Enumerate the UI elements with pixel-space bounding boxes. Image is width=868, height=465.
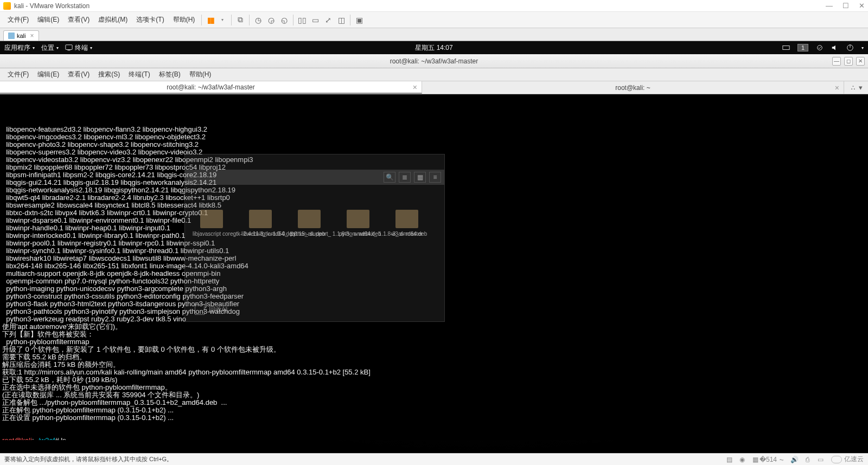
svg-rect-2	[783, 46, 789, 50]
system-menu-caret[interactable]: ▾	[861, 46, 864, 50]
fullscreen-button[interactable]: ▣	[353, 14, 366, 26]
terminal-line: libqwt5-qt4 libradare2-2.1 libradare2-2.…	[2, 194, 866, 202]
terminal-titlebar[interactable]: root@kali: ~/w3af/w3af-master — ◻ ✕	[0, 54, 868, 68]
vmware-icon	[3, 2, 11, 10]
terminal-line: 获取:1 http://mirrors.aliyun.com/kali kali…	[2, 369, 866, 376]
term-tab-0[interactable]: root@kali: ~/w3af/w3af-master ×	[0, 81, 422, 94]
snapshot-revert-button[interactable]: ◶	[265, 14, 278, 26]
terminal-line: libopencv-features2d3.2 libopencv-flann3…	[2, 126, 866, 133]
terminal-tabs: root@kali: ~/w3af/w3af-master × root@kal…	[0, 81, 868, 94]
power-dropdown[interactable]: ▾	[216, 14, 229, 26]
panel-terminal[interactable]: 终端▾	[65, 43, 92, 53]
usb-icon[interactable]: ⏦	[777, 456, 786, 463]
terminal-line: libswresample2 libswscale4 libsynctex1 l…	[2, 202, 866, 209]
term-menu-edit[interactable]: 编辑(E)	[33, 70, 63, 79]
network-icon[interactable]: �514	[764, 456, 773, 463]
term-menu-file[interactable]: 文件(F)	[3, 70, 33, 79]
term-menu-tabs[interactable]: 标签(B)	[155, 70, 185, 79]
close-button[interactable]: ✕	[859, 2, 865, 10]
menu-tabs[interactable]: 选项卡(T)	[132, 15, 168, 24]
volume-icon[interactable]	[831, 44, 839, 51]
terminal-line: python-pybloomfiltermmap	[2, 338, 866, 346]
vm-tab-label: kali	[17, 33, 26, 39]
host-titlebar: kali - VMware Workstation — ☐ ✕	[0, 0, 868, 12]
vmware-tabbar: kali ×	[0, 28, 868, 41]
unity-button[interactable]: ◫	[335, 14, 348, 26]
vmware-menubar: 文件(F) 编辑(E) 查看(V) 虚拟机(M) 选项卡(T) 帮助(H) ▮▮…	[0, 12, 868, 28]
panel-applications[interactable]: 应用程序▾	[4, 43, 35, 53]
term-tab-controls[interactable]: ⛬▾	[844, 81, 868, 94]
menu-help[interactable]: 帮助(H)	[169, 15, 200, 24]
power-icon[interactable]	[846, 44, 854, 51]
terminal-line: multiarch-support openjdk-8-jdk openjdk-…	[2, 270, 866, 277]
terminal-line: (正在读取数据库 ... 系统当前共安装有 359904 个文件和目录。)	[2, 391, 866, 399]
monitor-icon	[65, 44, 73, 51]
terminal-line: libopencv-imgcodecs3.2 libopencv-ml3.2 l…	[2, 133, 866, 141]
svg-rect-0	[66, 45, 72, 50]
window-controls: — ☐ ✕	[826, 2, 865, 10]
snapshot-button[interactable]: ◷	[252, 14, 265, 26]
terminal-line: libpsm-infinipath1 libpsm2-2 libqgis-cor…	[2, 171, 866, 179]
term-minimize-button[interactable]: —	[832, 57, 841, 66]
window-title: kali - VMware Workstation	[14, 2, 90, 10]
layout-1-button[interactable]: ▯▯	[296, 14, 309, 26]
term-menu-search[interactable]: 搜索(S)	[94, 70, 124, 79]
workspace-indicator[interactable]: 1	[797, 44, 808, 51]
terminal-line: libopencv-photo3.2 libopencv-shape3.2 li…	[2, 141, 866, 148]
terminal-line: libopencv-videostab3.2 libopencv-viz3.2 …	[2, 156, 866, 164]
status-hint: 要将输入定向到该虚拟机，请将鼠标指针移入其中或按 Ctrl+G。	[4, 455, 173, 463]
terminal-body[interactable]: 🔍 ≣ ▦ ≡ libjavascript coregtk- 2.4.11-3_…	[0, 94, 868, 440]
display-icon[interactable]: ▭	[816, 456, 825, 463]
guest-desktop[interactable]: INUX ™ re you are able to hear" 9 应用程序▾ …	[0, 41, 868, 453]
hdd-icon[interactable]: ▤	[725, 456, 733, 463]
term-menu-terminal[interactable]: 终端(T)	[124, 70, 154, 79]
record-icon[interactable]	[816, 44, 824, 51]
terminal-line: python3-werkzeug readpst ruby2.3 ruby2.3…	[2, 315, 866, 323]
terminal-line: 正在选中未选择的软件包 python-pybloomfiltermmap。	[2, 384, 866, 391]
terminal-line: libpmix2 libpoppler68 libpoppler72 libpo…	[2, 164, 866, 171]
menu-edit[interactable]: 编辑(E)	[33, 15, 63, 24]
svg-rect-1	[67, 50, 70, 50]
vmware-statusbar: 要将输入定向到该虚拟机，请将鼠标指针移入其中或按 Ctrl+G。 ▤ ◉ ▦ �…	[0, 453, 868, 465]
layout-3-button[interactable]: ⤢	[322, 14, 335, 26]
vm-tab-close[interactable]: ×	[30, 32, 34, 40]
keyboard-icon[interactable]	[782, 44, 790, 51]
terminal-line: libqgis-networkanalysis2.18.19 libqgispy…	[2, 186, 866, 194]
terminal-line: libwinpr-interlocked0.1 libwinpr-library…	[2, 232, 866, 240]
send-cad-button[interactable]: ⧉	[234, 14, 247, 26]
term-tab-0-close[interactable]: ×	[413, 83, 417, 92]
vm-tab-kali[interactable]: kali ×	[3, 30, 39, 41]
terminal-line: 升级了 0 个软件包，新安装了 1 个软件包，要卸载 0 个软件包，有 0 个软…	[2, 346, 866, 353]
terminal-line: python3-flask python3-html2text python3-…	[2, 300, 866, 308]
menu-view[interactable]: 查看(V)	[63, 15, 94, 24]
maximize-button[interactable]: ☐	[843, 2, 849, 10]
brand-watermark: 亿速云	[831, 455, 864, 464]
terminal-title: root@kali: ~/w3af/w3af-master	[390, 57, 478, 65]
terminal-line: 已下载 55.2 kB，耗时 0秒 (199 kB/s)	[2, 376, 866, 384]
layout-2-button[interactable]: ▭	[309, 14, 322, 26]
status-device-icons: ▤ ◉ ▦ �514 ⏦ 🔊 ⎙ ▭	[725, 456, 825, 463]
terminal-line: 下列【新】软件包将被安装：	[2, 331, 866, 338]
floppy-icon[interactable]: ▦	[751, 456, 760, 463]
term-tab-1[interactable]: root@kali: ~ ×	[422, 81, 844, 94]
term-maximize-button[interactable]: ◻	[844, 57, 853, 66]
sound-icon[interactable]: 🔊	[790, 456, 799, 463]
pause-button[interactable]: ▮▮	[204, 14, 217, 26]
menu-file[interactable]: 文件(F)	[3, 15, 33, 24]
terminal-line: 使用'apt autoremove'来卸载它(它们)。	[2, 323, 866, 331]
terminal-line: openmpi-common php7.0-mysql python-funct…	[2, 277, 866, 285]
terminal-line: 正在设置 python-pybloomfiltermmap (0.3.15-0.…	[2, 414, 866, 422]
printer-icon[interactable]: ⎙	[803, 456, 812, 463]
terminal-line: 解压缩后会消耗 175 kB 的额外空间。	[2, 361, 866, 369]
term-menu-help[interactable]: 帮助(H)	[185, 70, 216, 79]
panel-places[interactable]: 位置▾	[41, 43, 59, 53]
cd-icon[interactable]: ◉	[738, 456, 746, 463]
term-close-button[interactable]: ✕	[856, 57, 865, 66]
minimize-button[interactable]: —	[826, 2, 833, 10]
term-menu-view[interactable]: 查看(V)	[63, 70, 94, 79]
menu-vm[interactable]: 虚拟机(M)	[94, 15, 132, 24]
term-tab-1-close[interactable]: ×	[835, 83, 839, 92]
snapshot-manager-button[interactable]: ◵	[278, 14, 291, 26]
vm-tab-icon	[8, 33, 15, 39]
panel-clock[interactable]: 星期五 14:07	[415, 43, 452, 53]
